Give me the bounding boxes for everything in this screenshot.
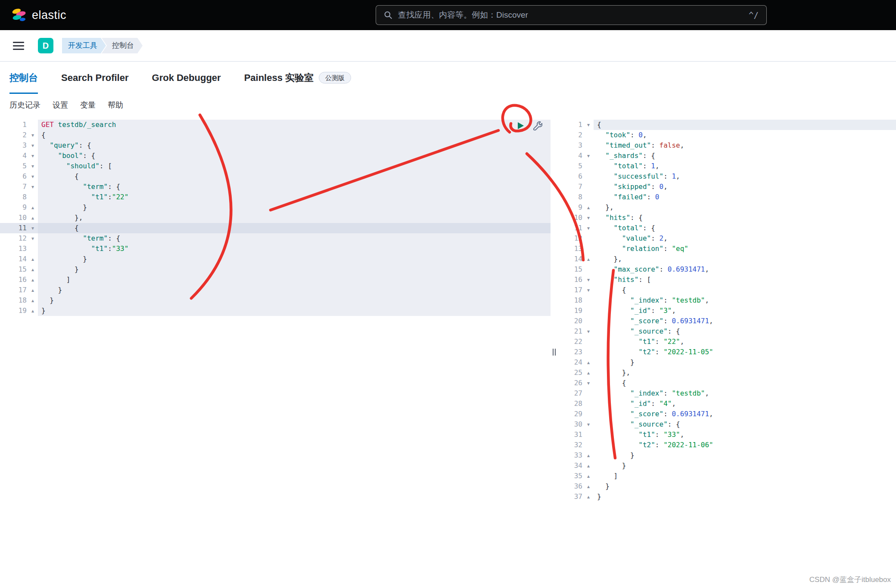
- global-search-input[interactable]: 查找应用、内容等。例如：Discover ^/: [376, 5, 767, 25]
- console-menu-settings[interactable]: 设置: [53, 100, 68, 110]
- code-text[interactable]: "t1": "33",: [594, 430, 896, 440]
- code-text[interactable]: "timed_out": false,: [594, 140, 896, 151]
- code-text[interactable]: "total": 1,: [594, 161, 896, 171]
- fold-marker-icon[interactable]: ▴: [583, 254, 594, 264]
- code-line[interactable]: 18 "_index": "testdb",: [557, 295, 896, 306]
- fold-marker-icon[interactable]: ▴: [28, 254, 38, 264]
- fold-marker-icon[interactable]: ▴: [583, 368, 594, 378]
- fold-marker-icon[interactable]: ▴: [28, 213, 38, 223]
- code-text[interactable]: "query": {: [38, 140, 551, 151]
- response-editor[interactable]: 1▾{2 "took": 0,3 "timed_out": false,4▾ "…: [557, 116, 896, 502]
- fold-marker-icon[interactable]: [583, 430, 594, 440]
- fold-marker-icon[interactable]: [583, 264, 594, 275]
- code-line[interactable]: 16▾ "hits": [: [557, 275, 896, 285]
- fold-marker-icon[interactable]: [583, 295, 594, 306]
- code-line[interactable]: 37▴}: [557, 492, 896, 502]
- code-text[interactable]: "_id": "4",: [594, 399, 896, 409]
- fold-marker-icon[interactable]: ▾: [28, 130, 38, 140]
- code-text[interactable]: ]: [594, 471, 896, 481]
- code-line[interactable]: 9▴ },: [557, 202, 896, 213]
- space-avatar[interactable]: D: [38, 38, 53, 53]
- code-text[interactable]: "_source": {: [594, 419, 896, 430]
- run-request-button[interactable]: [515, 121, 526, 131]
- code-line[interactable]: 5▾ "should": [: [0, 161, 551, 171]
- fold-marker-icon[interactable]: ▾: [583, 326, 594, 337]
- code-text[interactable]: },: [594, 254, 896, 264]
- tab-grok-debugger[interactable]: Grok Debugger: [152, 62, 221, 94]
- fold-marker-icon[interactable]: ▾: [583, 275, 594, 285]
- code-line[interactable]: 19▴}: [0, 306, 551, 316]
- code-text[interactable]: }: [594, 450, 896, 461]
- fold-marker-icon[interactable]: ▴: [583, 202, 594, 213]
- code-text[interactable]: {: [38, 171, 551, 182]
- fold-marker-icon[interactable]: [583, 171, 594, 182]
- code-text[interactable]: "t2": "2022-11-05": [594, 347, 896, 357]
- code-line[interactable]: 15 "max_score": 0.6931471,: [557, 264, 896, 275]
- code-text[interactable]: "_index": "testdb",: [594, 388, 896, 399]
- code-text[interactable]: "skipped": 0,: [594, 182, 896, 192]
- code-text[interactable]: "total": {: [594, 223, 896, 233]
- code-line[interactable]: 24▴ }: [557, 357, 896, 368]
- fold-marker-icon[interactable]: ▾: [28, 223, 38, 233]
- code-line[interactable]: 22 "t1": "22",: [557, 337, 896, 347]
- code-line[interactable]: 7▾ "term": {: [0, 182, 551, 192]
- fold-marker-icon[interactable]: ▾: [583, 223, 594, 233]
- fold-marker-icon[interactable]: [28, 244, 38, 254]
- fold-marker-icon[interactable]: ▴: [28, 306, 38, 316]
- code-line[interactable]: 8 "t1":"22": [0, 192, 551, 202]
- fold-marker-icon[interactable]: ▾: [583, 151, 594, 161]
- home-link[interactable]: elastic: [11, 7, 66, 23]
- code-text[interactable]: }: [594, 461, 896, 471]
- request-options-button[interactable]: [532, 121, 543, 131]
- code-text[interactable]: "t1": "22",: [594, 337, 896, 347]
- code-text[interactable]: {: [38, 223, 551, 233]
- fold-marker-icon[interactable]: [583, 182, 594, 192]
- code-text[interactable]: "_shards": {: [594, 151, 896, 161]
- tab-painless-lab[interactable]: Painless 实验室公测版: [244, 62, 351, 94]
- code-text[interactable]: {: [594, 120, 896, 130]
- code-line[interactable]: 14▴ },: [557, 254, 896, 264]
- fold-marker-icon[interactable]: [583, 347, 594, 357]
- code-line[interactable]: 3 "timed_out": false,: [557, 140, 896, 151]
- code-text[interactable]: {: [594, 378, 896, 388]
- code-text[interactable]: "t1":"33": [38, 244, 551, 254]
- code-line[interactable]: 29 "_score": 0.6931471,: [557, 409, 896, 419]
- code-line[interactable]: 4▾ "_shards": {: [557, 151, 896, 161]
- code-line[interactable]: 30▾ "_source": {: [557, 419, 896, 430]
- fold-marker-icon[interactable]: [583, 161, 594, 171]
- code-line[interactable]: 26▾ {: [557, 378, 896, 388]
- menu-toggle-button[interactable]: [13, 42, 24, 50]
- code-line[interactable]: 8 "failed": 0: [557, 192, 896, 202]
- code-text[interactable]: "_score": 0.6931471,: [594, 316, 896, 326]
- code-text[interactable]: }: [38, 295, 551, 306]
- code-text[interactable]: }: [594, 492, 896, 502]
- fold-marker-icon[interactable]: [583, 130, 594, 140]
- fold-marker-icon[interactable]: ▾: [583, 419, 594, 430]
- code-line[interactable]: 13 "t1":"33": [0, 244, 551, 254]
- code-line[interactable]: 21▾ "_source": {: [557, 326, 896, 337]
- console-menu-variables[interactable]: 变量: [80, 100, 96, 110]
- fold-marker-icon[interactable]: [583, 399, 594, 409]
- code-line[interactable]: 12▾ "term": {: [0, 233, 551, 244]
- code-line[interactable]: 2 "took": 0,: [557, 130, 896, 140]
- fold-marker-icon[interactable]: ▴: [583, 450, 594, 461]
- fold-marker-icon[interactable]: ▾: [28, 171, 38, 182]
- code-line[interactable]: 7 "skipped": 0,: [557, 182, 896, 192]
- code-line[interactable]: 32 "t2": "2022-11-06": [557, 440, 896, 450]
- tab-console[interactable]: 控制台: [9, 62, 38, 94]
- code-text[interactable]: "t2": "2022-11-06": [594, 440, 896, 450]
- code-line[interactable]: 11▾ "total": {: [557, 223, 896, 233]
- code-line[interactable]: 31 "t1": "33",: [557, 430, 896, 440]
- code-text[interactable]: "took": 0,: [594, 130, 896, 140]
- code-line[interactable]: 4▾ "bool": {: [0, 151, 551, 161]
- fold-marker-icon[interactable]: [583, 306, 594, 316]
- code-text[interactable]: "relation": "eq": [594, 244, 896, 254]
- code-line[interactable]: 25▴ },: [557, 368, 896, 378]
- fold-marker-icon[interactable]: [583, 233, 594, 244]
- fold-marker-icon[interactable]: ▾: [583, 120, 594, 130]
- tab-search-profiler[interactable]: Search Profiler: [61, 62, 129, 94]
- code-text[interactable]: "term": {: [38, 182, 551, 192]
- pane-splitter[interactable]: [551, 116, 557, 588]
- fold-marker-icon[interactable]: ▾: [28, 233, 38, 244]
- fold-marker-icon[interactable]: ▾: [583, 285, 594, 295]
